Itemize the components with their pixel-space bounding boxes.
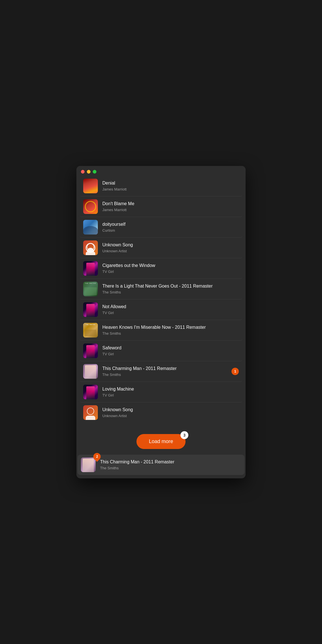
song-title: Not Allowed bbox=[102, 304, 239, 310]
album-art bbox=[83, 199, 98, 214]
minimize-button[interactable] bbox=[87, 170, 91, 174]
song-title: This Charming Man - 2011 Remaster bbox=[102, 366, 229, 372]
song-artist: TV Girl bbox=[102, 393, 239, 397]
list-item[interactable]: Cigarettes out the Window TV Girl bbox=[80, 258, 242, 279]
list-item[interactable]: THE SMITHS There Is a Light That Never G… bbox=[80, 279, 242, 299]
song-list: Denial James Marriott Don't Blame Me Jam… bbox=[76, 176, 246, 426]
song-title: doityourself bbox=[102, 222, 239, 227]
featured-bottom-item[interactable]: 2 This Charming Man - 2011 Remaster The … bbox=[78, 455, 244, 475]
song-artist: James Marriott bbox=[102, 187, 239, 191]
song-artist: The Smiths bbox=[102, 373, 229, 377]
song-artist: The Smiths bbox=[102, 331, 239, 336]
song-info: Unknown Song Unknown Artist bbox=[102, 407, 239, 418]
list-item[interactable]: Denial James Marriott bbox=[80, 176, 242, 196]
album-art bbox=[83, 261, 98, 276]
song-artist: Unknown Artist bbox=[102, 249, 239, 253]
list-item[interactable]: Safeword TV Girl bbox=[80, 341, 242, 361]
song-info: Not Allowed TV Girl bbox=[102, 304, 239, 315]
song-info: Heaven Knows I'm Miserable Now - 2011 Re… bbox=[102, 325, 239, 336]
list-item[interactable]: THE SMITHS Heaven Knows I'm Miserable No… bbox=[80, 320, 242, 341]
list-item[interactable]: Not Allowed TV Girl bbox=[80, 299, 242, 320]
song-info: Unknown Song Unknown Artist bbox=[102, 242, 239, 253]
list-item[interactable]: Unknown Song Unknown Artist bbox=[80, 238, 242, 258]
song-artist: TV Girl bbox=[102, 311, 239, 315]
song-info: This Charming Man - 2011 Remaster The Sm… bbox=[102, 366, 229, 377]
maximize-button[interactable] bbox=[93, 170, 96, 174]
album-art bbox=[83, 385, 98, 399]
song-info: Loving Machine TV Girl bbox=[102, 386, 239, 397]
song-artist: Unknown Artist bbox=[102, 414, 239, 418]
album-art bbox=[83, 240, 98, 255]
song-info: This Charming Man - 2011 Remaster The Sm… bbox=[100, 459, 241, 470]
song-info: Denial James Marriott bbox=[102, 180, 239, 191]
song-title: Heaven Knows I'm Miserable Now - 2011 Re… bbox=[102, 325, 239, 330]
album-art bbox=[81, 457, 96, 472]
song-artist: The Smiths bbox=[100, 466, 241, 470]
load-more-badge: 3 bbox=[180, 431, 188, 439]
song-title: Unknown Song bbox=[102, 407, 239, 413]
song-title: Safeword bbox=[102, 345, 239, 351]
album-art bbox=[83, 302, 98, 317]
song-title: There Is a Light That Never Goes Out - 2… bbox=[102, 283, 239, 289]
song-info: Don't Blame Me James Marriott bbox=[102, 201, 239, 212]
song-info: Safeword TV Girl bbox=[102, 345, 239, 356]
song-title: Cigarettes out the Window bbox=[102, 263, 239, 269]
song-info: doityourself Curtism bbox=[102, 222, 239, 233]
album-art bbox=[83, 179, 98, 193]
song-title: Don't Blame Me bbox=[102, 201, 239, 207]
album-art bbox=[83, 343, 98, 358]
pin-badge-number: 2 bbox=[96, 455, 98, 459]
load-more-section: Load more 3 bbox=[76, 426, 246, 455]
album-art bbox=[83, 405, 98, 420]
list-item[interactable]: This Charming Man - 2011 Remaster The Sm… bbox=[80, 361, 242, 382]
song-title: This Charming Man - 2011 Remaster bbox=[100, 459, 241, 465]
album-art bbox=[83, 220, 98, 235]
titlebar bbox=[76, 166, 246, 176]
unknown-artist-icon bbox=[86, 243, 95, 252]
song-title: Unknown Song bbox=[102, 242, 239, 248]
song-info: There Is a Light That Never Goes Out - 2… bbox=[102, 283, 239, 294]
song-artist: TV Girl bbox=[102, 352, 239, 356]
album-art: THE SMITHS bbox=[83, 282, 98, 296]
song-artist: James Marriott bbox=[102, 208, 239, 212]
song-info: Cigarettes out the Window TV Girl bbox=[102, 263, 239, 274]
song-artist: The Smiths bbox=[102, 290, 239, 294]
app-window: Denial James Marriott Don't Blame Me Jam… bbox=[76, 166, 246, 478]
list-item[interactable]: Loving Machine TV Girl bbox=[80, 382, 242, 402]
song-artist: Curtism bbox=[102, 228, 239, 233]
song-title: Loving Machine bbox=[102, 386, 239, 392]
close-button[interactable] bbox=[81, 170, 85, 174]
album-art: THE SMITHS bbox=[83, 323, 98, 338]
load-more-button[interactable]: Load more 3 bbox=[136, 434, 186, 449]
list-item[interactable]: doityourself Curtism bbox=[80, 217, 242, 238]
album-art bbox=[83, 364, 98, 379]
song-artist: TV Girl bbox=[102, 270, 239, 274]
song-title: Denial bbox=[102, 180, 239, 186]
list-item[interactable]: Don't Blame Me James Marriott bbox=[80, 196, 242, 217]
load-more-label: Load more bbox=[149, 439, 173, 444]
list-item[interactable]: Unknown Song Unknown Artist bbox=[80, 402, 242, 423]
status-badge: 1 bbox=[231, 368, 239, 375]
